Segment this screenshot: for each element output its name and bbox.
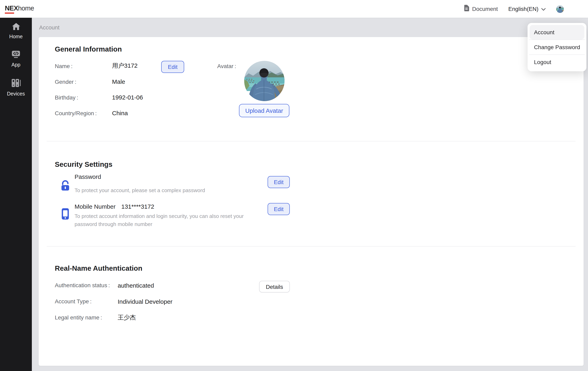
chevron-down-icon bbox=[541, 5, 546, 12]
menu-item-change-password[interactable]: Change Password bbox=[530, 40, 584, 54]
legal-entity-label: Legal entity name : bbox=[55, 314, 118, 321]
account-type-label: Account Type : bbox=[55, 298, 118, 305]
field-row-birthday: Birthday : 1992-01-06 bbox=[55, 89, 143, 105]
avatar-label: Avatar : bbox=[217, 58, 236, 74]
section-divider bbox=[47, 246, 576, 247]
mobile-number-value: 131****3172 bbox=[121, 202, 154, 211]
name-value: 用户3172 bbox=[112, 62, 138, 70]
field-row-country: Country/Region : China bbox=[55, 105, 143, 121]
realname-authentication-title: Real-Name Authentication bbox=[55, 263, 142, 273]
field-row-name: Name : 用户3172 bbox=[55, 58, 143, 74]
document-icon bbox=[464, 5, 469, 13]
language-selector[interactable]: English(EN) bbox=[508, 5, 546, 12]
brand-logo-red-underline bbox=[5, 12, 14, 13]
general-information-title: General Information bbox=[55, 44, 122, 54]
general-information-fields: Name : 用户3172 Gender : Male Birthday : 1… bbox=[55, 58, 143, 121]
phone-icon bbox=[61, 208, 69, 222]
sidebar-item-devices[interactable]: Devices bbox=[0, 79, 32, 97]
edit-name-button[interactable]: Edit bbox=[161, 61, 184, 73]
account-settings-page: NEXhome Document English(EN) bbox=[0, 0, 588, 371]
field-row-gender: Gender : Male bbox=[55, 74, 143, 89]
country-label: Country/Region : bbox=[55, 110, 112, 116]
gender-label: Gender : bbox=[55, 78, 112, 85]
sidebar-item-home[interactable]: Home bbox=[0, 23, 32, 40]
field-row-account-type: Account Type : Individual Developer bbox=[55, 293, 172, 309]
sidebar-item-app[interactable]: App bbox=[0, 50, 32, 68]
mobile-item-title: Mobile Number bbox=[74, 202, 116, 211]
user-avatar-button[interactable] bbox=[556, 5, 564, 13]
brand-logo-bold: NEX bbox=[5, 4, 18, 12]
realname-fields: Authentication status : authenticated Ac… bbox=[55, 277, 172, 326]
avatar-image bbox=[244, 61, 284, 101]
auth-status-label: Authentication status : bbox=[55, 282, 118, 289]
header-actions: Document English(EN) bbox=[464, 0, 564, 18]
section-divider bbox=[47, 141, 576, 141]
breadcrumb: Account bbox=[39, 18, 59, 37]
sidebar-item-home-label: Home bbox=[9, 34, 23, 40]
legal-entity-value: 王少杰 bbox=[118, 314, 136, 321]
security-settings-title: Security Settings bbox=[55, 160, 112, 169]
name-label: Name : bbox=[55, 63, 112, 69]
edit-mobile-button[interactable]: Edit bbox=[268, 203, 290, 215]
sidebar-item-devices-label: Devices bbox=[7, 91, 25, 97]
home-icon bbox=[12, 23, 20, 32]
field-row-auth-status: Authentication status : authenticated bbox=[55, 277, 172, 293]
mobile-item-description: To protect account information and login… bbox=[74, 212, 264, 228]
auth-status-value: authenticated bbox=[118, 282, 154, 289]
account-card: General Information Name : 用户3172 Gender… bbox=[39, 37, 584, 366]
language-selector-label: English(EN) bbox=[508, 6, 538, 12]
document-link[interactable]: Document bbox=[464, 5, 498, 13]
birthday-value: 1992-01-06 bbox=[112, 94, 143, 101]
main-sidebar: Home App Devices bbox=[0, 18, 32, 371]
sidebar-item-app-label: App bbox=[11, 62, 21, 68]
menu-item-account[interactable]: Account bbox=[530, 25, 584, 40]
top-header-bar: NEXhome Document English(EN) bbox=[0, 0, 588, 18]
devices-icon bbox=[11, 79, 21, 89]
user-avatar-photo-mini bbox=[556, 5, 564, 13]
details-button[interactable]: Details bbox=[259, 281, 290, 292]
password-item-title: Password bbox=[74, 172, 101, 181]
country-value: China bbox=[112, 110, 128, 116]
password-item-description: To protect your account, please set a co… bbox=[74, 186, 205, 195]
edit-password-button[interactable]: Edit bbox=[268, 176, 290, 188]
app-icon bbox=[11, 50, 21, 60]
upload-avatar-button[interactable]: Upload Avatar bbox=[239, 104, 289, 117]
field-row-legal-entity: Legal entity name : 王少杰 bbox=[55, 309, 172, 326]
brand-logo: NEXhome bbox=[5, 4, 34, 12]
account-type-value: Individual Developer bbox=[118, 298, 172, 305]
user-dropdown-menu: Account Change Password Logout bbox=[527, 23, 586, 71]
lock-icon bbox=[61, 180, 70, 193]
document-link-label: Document bbox=[472, 6, 498, 12]
menu-item-logout[interactable]: Logout bbox=[530, 55, 584, 69]
brand-logo-light: home bbox=[18, 4, 34, 12]
gender-value: Male bbox=[112, 78, 125, 85]
birthday-label: Birthday : bbox=[55, 94, 112, 101]
